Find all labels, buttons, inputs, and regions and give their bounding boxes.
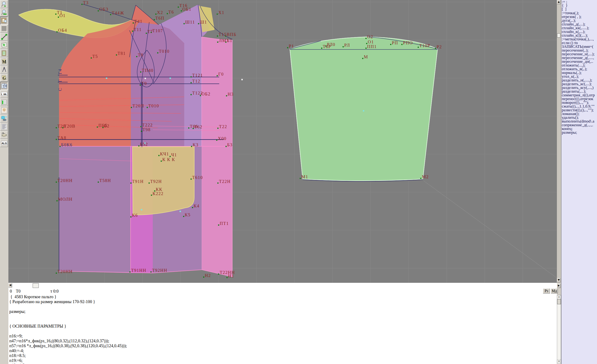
point-marker — [191, 146, 192, 147]
point-label: Т62 — [194, 125, 202, 129]
point-label: Т81 — [118, 51, 126, 56]
md-button[interactable]: Мд — [551, 288, 558, 293]
pattern-m-icon: M — [1, 58, 8, 65]
point-marker — [129, 271, 131, 273]
point-label: О1 — [59, 13, 65, 18]
point-label: К6 — [132, 213, 138, 218]
command-item[interactable]: размеры; — [561, 131, 597, 135]
view-piece-button[interactable] — [0, 16, 8, 24]
code-editor[interactable]: { 4583 Короткое пальто }{ Разработано на… — [8, 294, 557, 364]
rz-button[interactable]: Рз — [543, 288, 550, 293]
zoom-in-button[interactable] — [0, 0, 8, 8]
point-marker — [56, 139, 57, 140]
zoom-in-icon — [1, 1, 8, 8]
point-label: Т15 — [219, 32, 227, 37]
point-label: Г — [58, 79, 63, 82]
svg-text:G: G — [2, 76, 6, 80]
point-label: Б52 — [140, 142, 148, 147]
grading-g-icon: G — [1, 74, 8, 81]
photo-model-icon — [1, 107, 8, 114]
point-marker — [435, 48, 436, 49]
point-marker — [226, 95, 227, 96]
point-marker — [218, 273, 219, 275]
point-label: Т121 — [192, 73, 203, 78]
pattern-m-button[interactable]: M — [0, 57, 8, 65]
zoom-out-button[interactable] — [0, 8, 8, 16]
editor-line: п13:=1.5; — [8, 363, 557, 364]
list-button[interactable] — [0, 123, 8, 131]
point-marker — [110, 14, 111, 15]
editor-vscrollbar[interactable] — [557, 295, 561, 364]
scroll-right-icon[interactable]: ▶ — [557, 284, 561, 288]
snap-point — [180, 211, 181, 212]
scroll-left-icon[interactable]: ◀ — [8, 283, 12, 287]
point-marker — [198, 23, 199, 24]
editor-scroll-down-icon[interactable]: ∨ — [557, 359, 561, 363]
point-marker — [56, 273, 57, 274]
point-marker — [190, 76, 192, 78]
point-marker — [300, 178, 301, 179]
pieces-78-icon: 78 — [1, 83, 8, 89]
editor-vscroll-thumb[interactable] — [557, 299, 561, 304]
i66-button[interactable]: i_66. — [0, 90, 8, 98]
point-marker — [56, 31, 58, 32]
point-marker — [116, 54, 117, 55]
grading-g-button[interactable]: G — [0, 74, 8, 82]
point-label: ОБ3 — [99, 7, 109, 12]
vscroll-thumb[interactable] — [557, 33, 560, 38]
canvas-vscrollbar[interactable] — [557, 0, 561, 283]
svg-text:7: 7 — [3, 85, 4, 88]
point-marker — [217, 182, 219, 184]
point-marker — [140, 85, 141, 86]
point-marker — [217, 128, 219, 129]
point-marker — [138, 145, 140, 147]
measure-button[interactable] — [0, 33, 8, 41]
algorithm-icon: ALG — [1, 140, 8, 146]
hscroll-thumb[interactable] — [33, 283, 39, 288]
status-bar: 0 Т0 т 0:0 Рз Мд — [8, 289, 557, 294]
point-marker — [420, 178, 421, 179]
i66-icon: i_66. — [1, 91, 8, 97]
algorithm-button[interactable]: ALG — [0, 139, 8, 147]
point-label: Т610 — [192, 175, 203, 180]
point-label: К3 — [193, 142, 198, 147]
grid-button[interactable] — [0, 25, 8, 33]
point-label: Б0К6 — [61, 142, 72, 147]
command-item[interactable]: { } — [561, 4, 597, 8]
view-3d-button[interactable]: 3D — [0, 115, 8, 122]
point-label: К К К — [162, 157, 175, 162]
bottom-zone: ◀ 0 Т0 т 0:0 Рз Мд { 4583 Короткое пальт… — [8, 283, 557, 364]
drawing-canvas[interactable]: Т3ОБ3Т44ЖТ1О1ОБ4Т5Т81Т8Т010ТП40Т9Х2Т6Т6П… — [8, 0, 557, 283]
canvas-hscrollbar[interactable]: ◀ — [8, 283, 557, 289]
point-marker — [183, 216, 184, 217]
point-marker — [136, 56, 137, 57]
point-label: Т010 — [148, 103, 159, 108]
point-label: Т58Н — [99, 178, 111, 183]
point-label: Т92НН — [152, 268, 167, 273]
point-marker — [161, 160, 162, 162]
point-label: Т91НН — [131, 268, 146, 273]
scroll-up-icon[interactable]: ▲ — [557, 0, 561, 4]
photo-model-button[interactable] — [0, 106, 8, 114]
status-num: 0 — [10, 289, 12, 294]
editor-line: п16:=9; — [8, 334, 557, 339]
point-label: ОБ1 — [182, 7, 191, 12]
editor-scroll-up-icon[interactable]: ∧ — [557, 295, 561, 299]
sheet-button[interactable] — [0, 41, 8, 49]
command-panel: := ;{ }[ ]:=точка(,);отрезок( , );дуга(,… — [561, 0, 597, 364]
point-label: Г0 — [218, 72, 224, 77]
editor-line: п40:=-4; — [8, 348, 557, 353]
point-label: Т222 — [142, 123, 153, 127]
scroll-down-icon[interactable]: ▼ — [557, 278, 561, 282]
point-label: Х1 — [218, 10, 224, 15]
point-marker — [140, 71, 141, 72]
point-marker — [151, 195, 152, 196]
fabric-button[interactable] — [0, 49, 8, 57]
compass-button[interactable]: A — [0, 66, 8, 73]
pieces-78-button[interactable]: 78 — [0, 82, 8, 90]
point-label: ПТ1 — [220, 221, 229, 226]
size-table-button[interactable] — [0, 98, 8, 106]
books-button[interactable] — [0, 131, 8, 139]
point-marker — [321, 47, 322, 49]
point-label: Р2 — [437, 45, 442, 49]
